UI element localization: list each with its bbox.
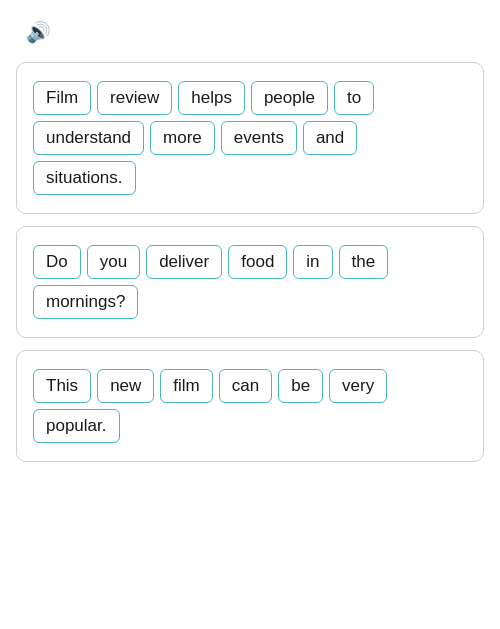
sentence-block-2: Doyoudeliverfoodinthemornings? <box>16 226 484 338</box>
word-chip[interactable]: understand <box>33 121 144 155</box>
words-row-3-1: Thisnewfilmcanbevery <box>33 369 467 403</box>
word-chip[interactable]: Do <box>33 245 81 279</box>
word-chip[interactable]: film <box>160 369 212 403</box>
word-chip[interactable]: in <box>293 245 332 279</box>
word-chip[interactable]: and <box>303 121 357 155</box>
words-row-2-2: mornings? <box>33 285 467 319</box>
words-row-3-2: popular. <box>33 409 467 443</box>
words-row-1-2: understandmoreeventsand <box>33 121 467 155</box>
word-chip[interactable]: be <box>278 369 323 403</box>
word-chip[interactable]: food <box>228 245 287 279</box>
word-chip[interactable]: can <box>219 369 272 403</box>
word-chip[interactable]: new <box>97 369 154 403</box>
word-chip[interactable]: This <box>33 369 91 403</box>
word-chip[interactable]: events <box>221 121 297 155</box>
word-chip[interactable]: people <box>251 81 328 115</box>
word-chip[interactable]: helps <box>178 81 245 115</box>
speaker-icon[interactable]: 🔊 <box>26 20 51 44</box>
word-chip[interactable]: Film <box>33 81 91 115</box>
word-chip[interactable]: situations. <box>33 161 136 195</box>
page-header: 🔊 <box>16 20 484 44</box>
word-chip[interactable]: mornings? <box>33 285 138 319</box>
words-row-1-1: Filmreviewhelpspeopleto <box>33 81 467 115</box>
sentence-block-3: Thisnewfilmcanbeverypopular. <box>16 350 484 462</box>
word-chip[interactable]: deliver <box>146 245 222 279</box>
words-row-2-1: Doyoudeliverfoodinthe <box>33 245 467 279</box>
word-chip[interactable]: the <box>339 245 389 279</box>
sentence-block-1: Filmreviewhelpspeopletounderstandmoreeve… <box>16 62 484 214</box>
word-chip[interactable]: you <box>87 245 140 279</box>
word-chip[interactable]: more <box>150 121 215 155</box>
sentences-container: Filmreviewhelpspeopletounderstandmoreeve… <box>16 62 484 462</box>
word-chip[interactable]: popular. <box>33 409 120 443</box>
word-chip[interactable]: review <box>97 81 172 115</box>
word-chip[interactable]: to <box>334 81 374 115</box>
word-chip[interactable]: very <box>329 369 387 403</box>
words-row-1-3: situations. <box>33 161 467 195</box>
